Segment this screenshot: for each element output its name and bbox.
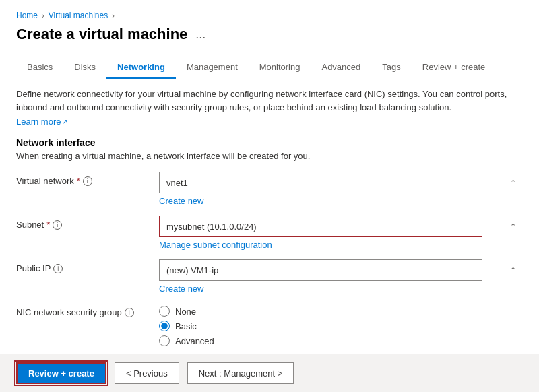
public-ip-row: Public IP i (new) VM1-ip ⌃ Create new [16, 259, 523, 294]
review-create-button[interactable]: Review + create [16, 362, 106, 384]
subnet-manage-link[interactable]: Manage subnet configuration [159, 240, 523, 250]
breadcrumb: Home › Virtual machines › [16, 11, 523, 20]
required-star: * [77, 176, 80, 186]
virtual-network-info-icon[interactable]: i [83, 176, 92, 186]
tabs-row: Basics Disks Networking Management Monit… [16, 57, 523, 79]
breadcrumb-chevron-2: › [112, 11, 115, 20]
nic-security-none-label: None [175, 306, 196, 317]
nic-security-group-radio-group: None Basic Advanced [159, 303, 523, 346]
nic-security-basic-option[interactable]: Basic [159, 321, 523, 331]
nic-security-group-label: NIC network security group i [16, 307, 151, 317]
nic-security-group-info-icon[interactable]: i [125, 308, 134, 317]
learn-more-link[interactable]: Learn more ↗ [16, 117, 67, 127]
nic-security-basic-radio[interactable] [159, 321, 170, 331]
breadcrumb-home[interactable]: Home [16, 11, 38, 20]
nic-security-advanced-option[interactable]: Advanced [159, 335, 523, 346]
nic-security-advanced-radio[interactable] [159, 335, 170, 346]
subnet-select[interactable]: mysubnet (10.1.0.0/24) [159, 216, 482, 237]
nic-security-none-radio[interactable] [159, 306, 170, 317]
virtual-network-create-new-link[interactable]: Create new [159, 196, 523, 206]
section-subtitle: When creating a virtual machine, a netwo… [16, 151, 523, 161]
next-management-button[interactable]: Next : Management > [187, 362, 294, 384]
virtual-network-select[interactable]: vnet1 [159, 172, 482, 193]
virtual-network-dropdown-wrapper: vnet1 ⌃ [159, 172, 523, 193]
nic-security-none-option[interactable]: None [159, 306, 523, 317]
tab-review-create[interactable]: Review + create [412, 57, 497, 79]
subnet-required-star: * [46, 220, 50, 230]
previous-button[interactable]: < Previous [115, 362, 179, 384]
tab-basics[interactable]: Basics [16, 57, 63, 79]
public-ip-info-icon[interactable]: i [53, 264, 63, 273]
external-link-icon: ↗ [62, 118, 67, 125]
ellipsis-button[interactable]: ... [193, 26, 208, 43]
subnet-label: Subnet * i [16, 220, 151, 230]
virtual-network-row: Virtual network * i vnet1 ⌃ Create new [16, 172, 523, 206]
subnet-chevron-icon: ⌃ [510, 222, 516, 231]
nic-security-group-row: NIC network security group i None Basic [16, 303, 523, 346]
page-title: Create a virtual machine [16, 26, 187, 43]
subnet-info-icon[interactable]: i [53, 220, 62, 230]
tab-tags[interactable]: Tags [371, 57, 411, 79]
breadcrumb-chevron-1: › [42, 11, 44, 20]
tab-networking[interactable]: Networking [106, 57, 176, 79]
virtual-network-chevron-icon: ⌃ [510, 178, 516, 187]
section-title: Network interface [16, 137, 523, 148]
nic-security-advanced-label: Advanced [175, 336, 214, 346]
breadcrumb-virtual-machines[interactable]: Virtual machines [49, 11, 108, 20]
public-ip-select[interactable]: (new) VM1-ip [159, 259, 482, 281]
tab-management[interactable]: Management [176, 57, 249, 79]
footer: Review + create < Previous Next : Manage… [0, 354, 539, 392]
public-ip-chevron-icon: ⌃ [510, 266, 516, 275]
public-ip-label: Public IP i [16, 263, 151, 273]
public-ip-create-new-link[interactable]: Create new [159, 284, 523, 294]
tab-disks[interactable]: Disks [63, 57, 106, 79]
tab-monitoring[interactable]: Monitoring [249, 57, 311, 79]
subnet-row: Subnet * i mysubnet (10.1.0.0/24) ⌃ Mana… [16, 216, 523, 250]
virtual-network-label: Virtual network * i [16, 176, 151, 186]
tab-advanced[interactable]: Advanced [311, 57, 371, 79]
description-text: Define network connectivity for your vir… [16, 88, 523, 114]
subnet-dropdown-wrapper: mysubnet (10.1.0.0/24) ⌃ [159, 216, 523, 237]
public-ip-dropdown-wrapper: (new) VM1-ip ⌃ [159, 259, 523, 281]
nic-security-basic-label: Basic [175, 321, 197, 331]
